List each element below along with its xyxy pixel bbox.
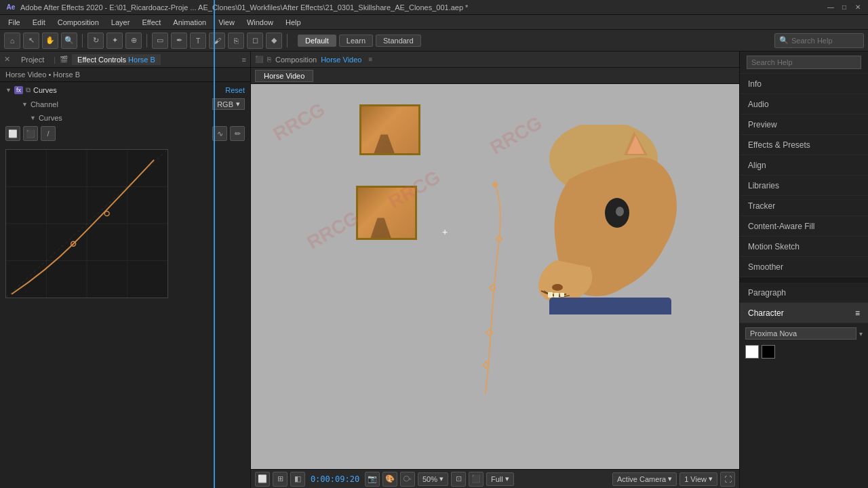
menu-layer[interactable]: Layer [106,17,136,28]
search-help-input[interactable] [791,37,859,45]
vc-guide-btn[interactable]: ◧ [290,472,305,487]
color-swatch[interactable] [745,345,759,359]
font-name-display[interactable]: Proxima Nova [745,327,856,340]
tab-effect-controls[interactable]: Effect Controls Horse B [72,54,161,65]
vc-live-btn[interactable]: ⧃ [400,472,415,487]
curves-canvas[interactable] [5,149,168,298]
curves-reset-btn[interactable]: ⬜ [5,126,20,141]
curves-smooth-btn[interactable]: / [41,126,56,141]
vc-fit-btn[interactable]: ⊡ [451,472,466,487]
right-panel-libraries[interactable]: Libraries [740,176,868,196]
right-panel-smoother[interactable]: Smoother [740,257,868,277]
maximize-button[interactable]: □ [840,3,849,12]
watermark-4: RRCG [304,207,363,254]
right-panel-content-aware[interactable]: Content-Aware Fill [740,216,868,237]
right-panel-audio[interactable]: Audio [740,94,868,115]
right-panel-effects-presets[interactable]: Effects & Presets [740,135,868,155]
font-chevron[interactable]: ▾ [859,330,863,338]
svg-point-17 [616,207,624,216]
right-panel-tracker[interactable]: Tracker [740,196,868,216]
menu-window[interactable]: Window [241,17,279,28]
right-panel-align[interactable]: Align [740,155,868,176]
svg-rect-18 [549,298,671,314]
channel-chevron: ▾ [236,100,240,108]
workspace-learn[interactable]: Learn [339,35,373,47]
vc-snapshot-btn[interactable]: 📷 [365,472,380,487]
cursor-indicator: + [442,226,448,237]
curves-expand[interactable]: ▼ [30,115,36,121]
curves-corner-btn[interactable]: ⬛ [23,126,38,141]
menu-animation[interactable]: Animation [167,17,212,28]
character-menu-icon[interactable]: ≡ [855,308,860,318]
curves-pencil-btn[interactable]: ✏ [230,126,245,141]
stroke-swatch[interactable] [762,345,775,359]
expand-arrow[interactable]: ▼ [5,87,12,94]
curves-subrow: ▼ Curves [5,113,245,123]
character-label: Character [748,308,784,318]
right-panel-info[interactable]: Info [740,74,868,94]
anchor-tool[interactable]: ✦ [106,33,123,49]
comp-panel-icons: ⬛ [255,56,263,63]
search-help-box[interactable]: 🔍 [774,33,864,48]
scene: RRCG RRCG RRCG RRCG [251,84,739,469]
paint-tool[interactable]: 🖌 [209,33,225,49]
project-close[interactable]: ✕ [4,55,10,64]
workspace-standard[interactable]: Standard [376,35,421,47]
menu-help[interactable]: Help [280,17,307,28]
curves-effect-icon: ⧉ [26,86,31,94]
puppet-tool[interactable]: ◆ [266,33,282,49]
rotate-tool[interactable]: ↻ [87,33,104,49]
vc-grid-btn[interactable]: ⊞ [273,472,288,487]
vc-color-btn[interactable]: 🎨 [382,472,397,487]
select-tool[interactable]: ↖ [23,33,39,49]
menu-view[interactable]: View [213,17,240,28]
window-controls: — □ ✕ [826,3,863,12]
clone-tool[interactable]: ⎘ [228,33,244,49]
res-chevron: ▾ [505,474,509,483]
rect-tool[interactable]: ▭ [152,33,168,49]
channel-expand[interactable]: ▼ [22,101,28,108]
menu-file[interactable]: File [3,17,26,28]
menu-edit[interactable]: Edit [27,17,51,28]
tab-project[interactable]: Project [16,54,50,65]
channel-dropdown[interactable]: RGB ▾ [212,98,245,110]
pen-tool[interactable]: ✒ [171,33,187,49]
camera-value: Active Camera [617,475,666,483]
zoom-tool[interactable]: 🔍 [61,33,77,49]
right-panel-motion-sketch[interactable]: Motion Sketch [740,237,868,257]
minimize-button[interactable]: — [826,3,835,12]
text-tool[interactable]: T [190,33,206,49]
svg-marker-13 [483,362,490,369]
section-divider [740,277,868,283]
vc-aspect-btn[interactable]: ⬛ [469,472,484,487]
comp-tab-bar: Horse Video [251,68,739,84]
reset-button[interactable]: Reset [225,86,245,94]
workspace-default[interactable]: Default [298,35,336,47]
panel-menu-icon[interactable]: ≡ [242,56,246,64]
comp-name: Horse Video [321,56,361,64]
eraser-tool[interactable]: ◻ [247,33,263,49]
comp-lock-icon: ⎘ [267,56,271,63]
comp-active-tab[interactable]: Horse Video [255,70,313,82]
home-tool[interactable]: ⌂ [4,33,20,49]
effect-controls-title: Horse Video • Horse B [0,68,250,82]
vc-composition-btn[interactable]: ⬜ [255,472,270,487]
close-button[interactable]: ✕ [853,3,863,12]
comp-header: ⬛ ⎘ Composition Horse Video ≡ [251,52,739,68]
comp-menu-icon[interactable]: ≡ [368,56,372,63]
menu-effect[interactable]: Effect [136,17,166,28]
vc-view-dropdown[interactable]: 1 View ▾ [679,472,717,486]
right-search-input[interactable] [747,56,861,69]
vc-resolution-dropdown[interactable]: Full ▾ [486,472,514,486]
vc-camera-dropdown[interactable]: Active Camera ▾ [612,472,677,486]
hand-tool[interactable]: ✋ [42,33,58,49]
right-panel-preview[interactable]: Preview [740,115,868,135]
right-panel-character[interactable]: Character ≡ [740,303,868,323]
vc-time-display[interactable]: 0:00:09:20 [308,474,362,484]
vc-fullscreen-btn[interactable]: ⛶ [720,472,735,487]
curves-node-btn[interactable]: ∿ [212,126,227,141]
move-tool[interactable]: ⊕ [125,33,142,49]
menu-composition[interactable]: Composition [52,17,104,28]
right-panel-paragraph[interactable]: Paragraph [740,283,868,303]
vc-zoom-dropdown[interactable]: 50% ▾ [418,472,448,486]
